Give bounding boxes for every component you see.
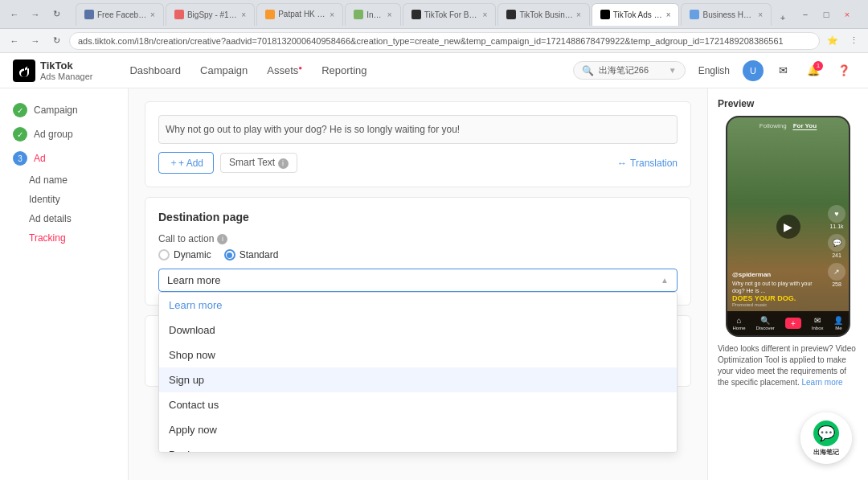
tab-favicon: [600, 10, 610, 19]
header-right: 🔍 出海笔记266 ▼ English U ✉ 🔔 1 ❓: [573, 59, 855, 82]
sidebar-item-adgroup[interactable]: ✓ Ad group: [0, 122, 128, 146]
search-icon: 🔍: [582, 65, 594, 76]
close-icon[interactable]: ×: [666, 10, 671, 19]
nav-inbox[interactable]: ✉ Inbox: [812, 316, 824, 330]
play-icon: ▶: [784, 220, 792, 233]
translation-button[interactable]: ↔ Translation: [617, 158, 678, 169]
nav-create[interactable]: +: [785, 318, 801, 329]
cta-radio-group: Dynamic Standard: [158, 249, 678, 261]
bottom-nav: ⌂ Home 🔍 Discover + ✉: [727, 311, 849, 335]
help-button[interactable]: ❓: [833, 59, 855, 82]
cta-dropdown-trigger[interactable]: Learn more ▲: [158, 269, 678, 292]
maximize-button[interactable]: □: [818, 6, 834, 23]
back-btn[interactable]: ←: [6, 33, 23, 49]
sidebar-item-campaign[interactable]: ✓ Campaign: [0, 98, 128, 122]
sidebar-sub-addetails[interactable]: Ad details: [0, 209, 128, 228]
home-icon: ⌂: [736, 316, 741, 325]
dropdown-item-contact-us[interactable]: Contact us: [159, 392, 677, 417]
tab-facebook[interactable]: Free Facebook A... ×: [76, 3, 164, 26]
dropdown-item-shop-now[interactable]: Shop now: [159, 343, 677, 367]
nav-me[interactable]: 👤 Me: [833, 316, 843, 330]
tab-bigspy[interactable]: BigSpy - #1 Free ... ×: [166, 3, 255, 26]
dropdown-item-sign-up[interactable]: Sign up: [159, 367, 677, 392]
header-nav: Dashboard Campaign Assets● Reporting: [121, 61, 375, 80]
forward-btn[interactable]: →: [27, 33, 43, 49]
watermark: 💬 出海笔记: [800, 412, 852, 464]
refresh-button[interactable]: ↻: [48, 6, 64, 23]
language-selector[interactable]: English: [694, 63, 735, 79]
minimize-button[interactable]: −: [797, 6, 813, 23]
comment-action[interactable]: 💬 241: [828, 234, 845, 258]
tab-favicon: [506, 10, 516, 19]
refresh-btn[interactable]: ↻: [48, 33, 64, 49]
following-bar: Following For You: [760, 122, 817, 130]
tab-patpat[interactable]: Patpat HK | 童装... ×: [256, 3, 343, 26]
nav-home[interactable]: ⌂ Home: [732, 316, 745, 330]
chevron-up-icon: ▲: [661, 276, 669, 285]
tiktok-logo: TikTok Ads Manager: [13, 59, 92, 82]
forward-button[interactable]: →: [27, 6, 43, 23]
tab-invideo[interactable]: InVideo ×: [345, 3, 400, 26]
preview-warning: Video looks different in preview? Video …: [718, 343, 858, 388]
video-bottom-text: @spiderman Why not go out to play with y…: [732, 271, 825, 307]
tab-tiktok-ads[interactable]: TikTok Ads Mana... ×: [592, 3, 680, 26]
cta-label: Call to action i: [158, 233, 678, 244]
sidebar-item-ad[interactable]: 3 Ad: [0, 146, 128, 170]
dropdown-item-download[interactable]: Download: [159, 318, 677, 343]
new-tab-button[interactable]: +: [776, 10, 789, 26]
cta-info-icon[interactable]: i: [217, 234, 227, 244]
tab-favicon: [354, 10, 363, 19]
wechat-icon: 💬: [813, 421, 839, 446]
close-icon[interactable]: ×: [576, 10, 581, 19]
comment-count: 241: [832, 252, 841, 258]
close-icon[interactable]: ×: [150, 10, 155, 19]
nav-discover[interactable]: 🔍 Discover: [755, 316, 774, 330]
play-button[interactable]: ▶: [776, 215, 800, 239]
close-icon[interactable]: ×: [758, 10, 763, 19]
smart-text-button[interactable]: Smart Text i: [220, 153, 297, 173]
messages-button[interactable]: ✉: [772, 59, 794, 82]
info-icon[interactable]: i: [278, 158, 289, 169]
close-icon[interactable]: ×: [241, 10, 246, 19]
username: @spiderman: [732, 271, 825, 278]
dropdown-item-learn-more[interactable]: Learn more: [159, 293, 677, 318]
radio-standard[interactable]: Standard: [224, 249, 279, 261]
header-search[interactable]: 🔍 出海笔记266 ▼: [573, 61, 686, 80]
tiktok-logo-icon: [13, 59, 35, 82]
close-window-button[interactable]: ×: [839, 6, 855, 23]
nav-dashboard[interactable]: Dashboard: [121, 61, 189, 80]
tab-tiktok-biz2[interactable]: TikTok Business C... ×: [497, 3, 589, 26]
watermark-text: 出海笔记: [813, 448, 839, 457]
share-action[interactable]: ↗ 258: [828, 263, 845, 287]
close-icon[interactable]: ×: [330, 10, 334, 19]
close-icon[interactable]: ×: [483, 10, 488, 19]
comment-icon: 💬: [828, 234, 845, 252]
sidebar-sub-identity[interactable]: Identity: [0, 190, 128, 209]
address-bar-row: ← → ↻ ads.tiktok.com/i18n/creation/creat…: [0, 29, 868, 53]
back-button[interactable]: ←: [6, 6, 23, 23]
nav-assets[interactable]: Assets●: [259, 61, 310, 80]
dynamic-radio-circle: [158, 249, 170, 261]
dropdown-item-book-now[interactable]: Book now: [159, 442, 677, 453]
tab-help[interactable]: Business Help Ce... ×: [681, 3, 772, 26]
notifications-button[interactable]: 🔔 1: [802, 59, 825, 82]
nav-reporting[interactable]: Reporting: [313, 61, 375, 80]
tab-tiktok-biz[interactable]: TikTok For Busines... ×: [403, 3, 497, 26]
sidebar-sub-tracking[interactable]: Tracking: [0, 228, 128, 248]
address-bar[interactable]: ads.tiktok.com/i18n/creation/creative?aa…: [69, 32, 820, 50]
share-icon: ↗: [828, 263, 845, 281]
nav-campaign[interactable]: Campaign: [192, 61, 256, 80]
more-btn[interactable]: ⋮: [845, 33, 862, 49]
preview-learn-more-link[interactable]: Learn more: [802, 378, 843, 387]
tiktok-brand: TikTok: [40, 59, 92, 72]
close-icon[interactable]: ×: [387, 10, 392, 19]
sidebar-sub-adname[interactable]: Ad name: [0, 170, 128, 190]
avatar[interactable]: U: [743, 60, 764, 81]
sidebar: ✓ Campaign ✓ Ad group 3 Ad Ad name Ident…: [0, 88, 129, 480]
dropdown-item-apply-now[interactable]: Apply now: [159, 417, 677, 442]
add-button[interactable]: ＋ + Add: [158, 152, 214, 174]
like-action[interactable]: ♥ 11.1k: [828, 205, 845, 229]
main-layout: ✓ Campaign ✓ Ad group 3 Ad Ad name Ident…: [0, 88, 868, 480]
extensions-btn[interactable]: ⭐: [825, 33, 841, 49]
radio-dynamic[interactable]: Dynamic: [158, 249, 211, 261]
